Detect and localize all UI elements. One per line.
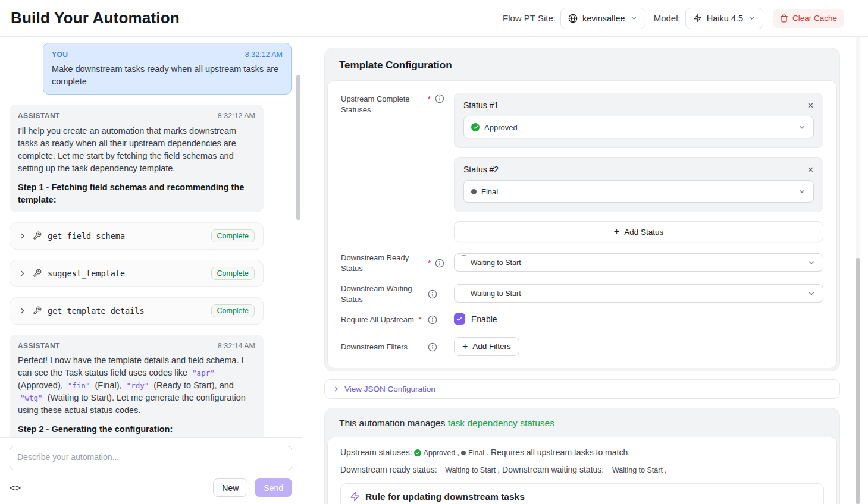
chat-panel: YOU 8:32:12 AM Make downstream tasks rea… (0, 37, 302, 504)
status-card-header: Status #1 ✕ (463, 100, 814, 110)
downstream-ready-status-select[interactable]: ¯ Waiting to Start (454, 253, 823, 272)
rule-title: Rule for updating downstream tasks (365, 492, 525, 502)
downstream-waiting-status-label: Downstream Waiting Status (341, 282, 428, 304)
template-configuration-card: Template Configuration Upstream Complete… (324, 48, 840, 371)
composer: <> New Send (0, 437, 302, 504)
wrench-icon (33, 269, 42, 278)
window-scrollbar-thumb[interactable] (856, 258, 860, 504)
upstream-complete-statuses-row: Upstream Complete Statuses * Status #1 (341, 93, 823, 242)
required-mark: * (428, 94, 431, 103)
clear-cache-label: Clear Cache (792, 14, 837, 23)
new-conversation-button[interactable]: New (213, 478, 247, 497)
add-status-button[interactable]: + Add Status (454, 221, 823, 242)
status-list: Status #1 ✕ Approved (454, 93, 823, 242)
info-icon[interactable] (428, 289, 437, 299)
composer-actions: <> New Send (10, 478, 292, 497)
chevron-down-icon (807, 259, 816, 267)
assistant-role-label: ASSISTANT (18, 111, 60, 121)
site-value: kevinsallee (582, 14, 625, 23)
text-fragment: Downstream ready status: (340, 465, 437, 474)
assistant-message-time: 8:32:14 AM (218, 341, 255, 351)
downstream-ready-status-label: Downstream Ready Status (341, 251, 428, 273)
tool-name: get_field_schema (48, 231, 125, 241)
code-chip-fin: "fin" (65, 380, 93, 390)
model-value: Haiku 4.5 (707, 14, 743, 23)
tool-call-get-template-details[interactable]: get_template_details Complete (10, 297, 264, 325)
assistant-message-header: ASSISTANT 8:32:12 AM (18, 111, 255, 121)
automation-summary-card: This automation manages task dependency … (324, 408, 840, 504)
approved-check-icon (414, 449, 421, 456)
require-all-upstream-checkbox[interactable] (454, 313, 465, 325)
summary-heading: This automation manages task dependency … (325, 408, 839, 437)
tool-name: get_template_details (48, 306, 145, 316)
wrench-icon (33, 231, 42, 240)
info-icon[interactable] (435, 259, 444, 268)
text-fragment: (Ready to Start), and (151, 380, 234, 390)
remove-status-1-button[interactable]: ✕ (807, 102, 814, 109)
assistant-role-label: ASSISTANT (18, 341, 60, 351)
info-icon[interactable] (435, 94, 444, 103)
downstream-ready-status-row: Downstream Ready Status * ¯ Waiting to S… (341, 251, 823, 273)
header: Build Your Automation Flow PT Site: kevi… (0, 0, 868, 37)
status-badge: Complete (211, 267, 255, 280)
chevron-down-icon (807, 289, 816, 298)
separator: , (457, 448, 459, 457)
summary-heading-text: This automation manages (339, 418, 448, 428)
label-adornments: * (428, 257, 454, 268)
chip-label: Waiting to Start (445, 466, 496, 474)
downstream-waiting-status-select[interactable]: ¯ Waiting to Start (454, 284, 823, 303)
assistant-message-header: ASSISTANT 8:32:14 AM (18, 341, 255, 351)
clear-cache-button[interactable]: Clear Cache (773, 9, 844, 28)
waiting-status-chip: ¯ Waiting to Start (606, 465, 663, 475)
status-1-card: Status #1 ✕ Approved (454, 93, 823, 148)
required-mark: * (418, 315, 421, 324)
template-configuration-title: Template Configuration (325, 48, 839, 80)
model-label: Model: (654, 13, 681, 23)
info-icon[interactable] (428, 342, 437, 352)
status-2-title: Status #2 (463, 165, 499, 174)
waiting-status-mark-icon: ¯ (462, 285, 466, 295)
downstream-filters-label: Downstream Filters (341, 341, 428, 352)
waiting-status-mark-icon: ¯ (439, 465, 443, 475)
user-message-header: YOU 8:32:12 AM (52, 49, 283, 60)
label-adornments (428, 288, 454, 299)
remove-status-2-button[interactable]: ✕ (807, 166, 814, 174)
code-view-button[interactable]: <> (10, 483, 21, 493)
lightning-icon (693, 14, 702, 23)
tool-name: suggest_template (48, 269, 125, 278)
label-adornments (428, 341, 454, 352)
text-fragment: . Requires all upstream tasks to match. (486, 448, 630, 457)
assistant-message-time: 8:32:12 AM (218, 111, 255, 121)
tool-call-get-field-schema[interactable]: get_field_schema Complete (10, 222, 264, 250)
user-message-text: Make downstream tasks ready when all ups… (52, 63, 283, 88)
text-fragment: , Downstream waiting status: (497, 465, 604, 474)
close-icon: ✕ (807, 165, 814, 174)
step-2-heading: Step 2 - Generating the configuration: (18, 423, 255, 436)
template-configuration-form: Upstream Complete Statuses * Status #1 (327, 80, 837, 368)
trash-icon (780, 14, 788, 23)
upstream-complete-statuses-label: Upstream Complete Statuses (341, 93, 428, 115)
chat-scrollbar-thumb[interactable] (296, 75, 300, 220)
send-button[interactable]: Send (255, 478, 292, 497)
plus-icon: + (614, 226, 619, 237)
site-label: Flow PT Site: (503, 13, 556, 23)
waiting-status-mark-icon: ¯ (606, 465, 610, 475)
info-icon[interactable] (428, 315, 437, 325)
view-json-label: View JSON Configuration (344, 385, 435, 393)
waiting-status-mark-icon: ¯ (462, 254, 466, 264)
status-1-title: Status #1 (463, 100, 499, 110)
model-dropdown[interactable]: Haiku 4.5 (685, 8, 763, 29)
assistant-message-text: I'll help you create an automation that … (18, 125, 255, 175)
tool-call-suggest-template[interactable]: suggest_template Complete (10, 260, 264, 287)
automation-prompt-input[interactable] (10, 446, 292, 470)
window-scrollbar (856, 37, 860, 504)
assistant-message-2: ASSISTANT 8:32:14 AM Perfect! I now have… (10, 335, 264, 437)
add-filters-label: Add Filters (472, 342, 511, 351)
status-1-select[interactable]: Approved (463, 116, 814, 138)
add-filters-button[interactable]: + Add Filters (454, 337, 519, 356)
label-adornments (428, 314, 454, 325)
code-chip-rdy: "rdy" (124, 380, 152, 390)
site-dropdown[interactable]: kevinsallee (560, 8, 645, 29)
status-2-select[interactable]: Final (463, 180, 814, 203)
view-json-configuration-toggle[interactable]: View JSON Configuration (324, 379, 840, 399)
